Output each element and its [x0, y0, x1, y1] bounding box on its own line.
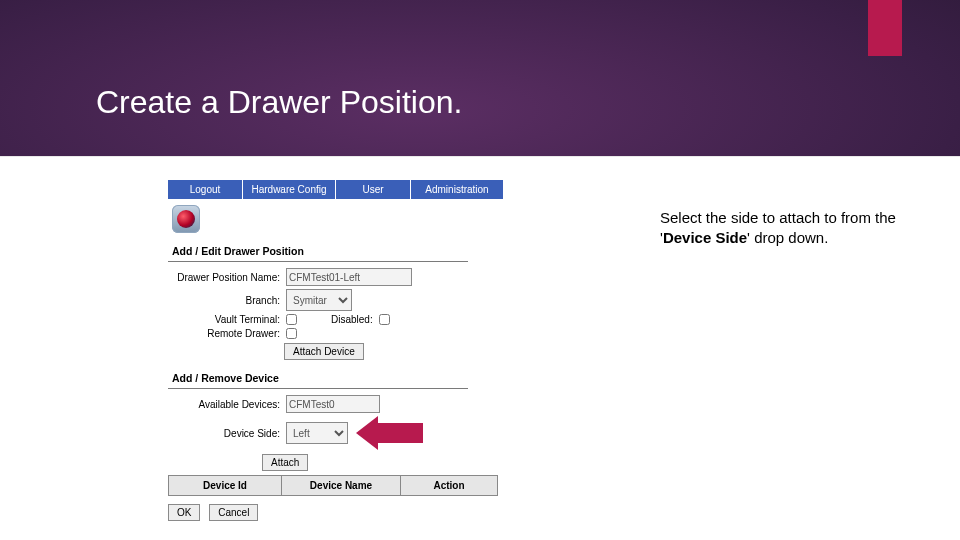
checkbox-vault-terminal[interactable] [286, 314, 297, 325]
slide-title: Create a Drawer Position. [96, 84, 462, 121]
label-vault-terminal: Vault Terminal: [168, 314, 286, 325]
button-cancel[interactable]: Cancel [209, 504, 258, 521]
section-add-remove-title: Add / Remove Device [168, 366, 638, 386]
th-device-id: Device Id [168, 475, 282, 496]
label-disabled: Disabled: [331, 314, 379, 325]
label-device-side: Device Side: [168, 428, 286, 439]
button-attach[interactable]: Attach [262, 454, 308, 471]
section-add-edit-title: Add / Edit Drawer Position [168, 239, 638, 259]
nav-logout[interactable]: Logout [168, 180, 243, 199]
input-position-name[interactable] [286, 268, 412, 286]
button-attach-device[interactable]: Attach Device [284, 343, 364, 360]
app-logo-icon [172, 205, 200, 233]
label-branch: Branch: [168, 295, 286, 306]
device-table-header: Device Id Device Name Action [168, 475, 638, 496]
instruction-suffix: ' drop down. [747, 229, 828, 246]
instruction-text: Select the side to attach to from the 'D… [660, 208, 940, 249]
divider [168, 388, 468, 389]
th-device-name: Device Name [282, 475, 401, 496]
label-remote-drawer: Remote Drawer: [168, 328, 286, 339]
select-device-side[interactable]: Left [286, 422, 348, 444]
input-available-devices[interactable] [286, 395, 380, 413]
select-branch[interactable]: Symitar [286, 289, 352, 311]
accent-tab [868, 0, 902, 56]
app-navbar: Logout Hardware Config User Administrati… [168, 180, 638, 199]
nav-administration[interactable]: Administration [411, 180, 504, 199]
divider [168, 261, 468, 262]
checkbox-disabled[interactable] [379, 314, 390, 325]
app-screenshot: Logout Hardware Config User Administrati… [168, 180, 638, 521]
label-position-name: Drawer Position Name: [168, 272, 286, 283]
nav-hardware-config[interactable]: Hardware Config [243, 180, 336, 199]
slide-banner: Create a Drawer Position. [0, 0, 960, 157]
callout-arrow-icon [356, 416, 423, 450]
label-available-devices: Available Devices: [168, 399, 286, 410]
button-ok[interactable]: OK [168, 504, 200, 521]
th-action: Action [401, 475, 498, 496]
nav-user[interactable]: User [336, 180, 411, 199]
checkbox-remote-drawer[interactable] [286, 328, 297, 339]
instruction-bold: Device Side [663, 229, 747, 246]
app-logo-row [168, 199, 638, 239]
